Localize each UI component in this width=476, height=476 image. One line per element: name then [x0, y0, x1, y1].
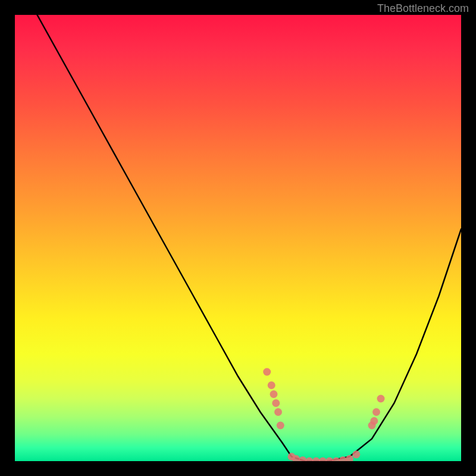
- data-point-marker: [352, 450, 360, 458]
- data-point-marker: [299, 456, 306, 461]
- data-point-marker: [333, 458, 340, 462]
- chart-svg: [15, 15, 461, 461]
- data-point-marker: [339, 456, 347, 461]
- data-point-marker: [274, 408, 282, 416]
- data-point-marker: [325, 458, 333, 462]
- bottleneck-curve-line: [15, 15, 461, 461]
- data-point-marker: [372, 408, 380, 416]
- data-point-marker: [368, 422, 376, 430]
- data-point-marker: [319, 458, 327, 462]
- data-point-marker: [306, 458, 314, 462]
- data-point-markers: [263, 368, 384, 462]
- data-point-marker: [263, 368, 271, 376]
- data-point-marker: [377, 395, 385, 403]
- data-point-marker: [312, 458, 320, 462]
- data-point-marker: [288, 453, 296, 461]
- watermark-text: TheBottleneck.com: [377, 2, 469, 15]
- data-point-marker: [277, 422, 284, 430]
- data-point-marker: [292, 455, 300, 461]
- data-point-marker: [272, 399, 280, 407]
- chart-plot-area: [15, 15, 461, 461]
- data-point-marker: [346, 455, 353, 461]
- data-point-marker: [270, 390, 278, 398]
- data-point-marker: [268, 381, 275, 389]
- data-point-marker: [370, 417, 378, 425]
